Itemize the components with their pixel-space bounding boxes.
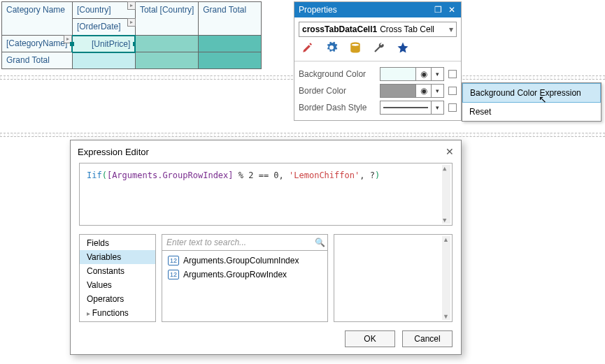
cell-label: [Country] <box>77 5 111 15</box>
cell-label: Total [Country] <box>140 5 194 15</box>
dialog-titlebar[interactable]: Expression Editor ✕ <box>71 140 461 163</box>
object-selector-combo[interactable]: crossTabDataCell1 Cross Tab Cell ▾ <box>299 22 457 37</box>
cell-category-name-row[interactable]: [CategoryName] ▸ <box>2 36 73 52</box>
menu-item-label: Background Color Expression <box>470 88 581 98</box>
expand-marker-icon[interactable] <box>448 70 457 78</box>
variable-label: Arguments.GroupColumnIndex <box>183 256 299 265</box>
category-item-fields[interactable]: Fields <box>80 236 155 250</box>
expand-marker-icon[interactable] <box>448 87 457 95</box>
smart-tag-icon[interactable]: ▸ <box>127 18 136 27</box>
expand-marker-icon[interactable] <box>448 103 457 112</box>
cell-total-country-header[interactable]: Total [Country] <box>135 2 198 36</box>
expr-token: ) <box>375 170 380 180</box>
cell-label: [CategoryName] <box>6 38 67 48</box>
ok-button[interactable]: OK <box>345 330 395 347</box>
color-swatch <box>380 68 415 80</box>
context-menu: Background Color Expression Reset <box>462 82 602 122</box>
category-label: Functions <box>92 308 129 318</box>
scrollbar[interactable] <box>442 165 450 224</box>
cell-country-header[interactable]: [Country] ▸ <box>72 2 135 19</box>
cell-grand-total-data[interactable] <box>199 36 262 52</box>
prop-label: Border Color <box>299 86 376 96</box>
restore-icon[interactable]: ❐ <box>433 5 443 15</box>
gears-icon[interactable] <box>325 41 338 54</box>
properties-toolbar <box>301 41 454 54</box>
cell-orderdate-header[interactable]: [OrderDate] ▸ <box>72 19 135 36</box>
cell-category-name-header[interactable]: Category Name <box>2 2 73 36</box>
property-grid: Background Color ◉ ▾ Border Color ◉ ▾ Bo… <box>294 61 461 120</box>
expr-token: Iif <box>87 170 102 180</box>
cell-label: [OrderDate] <box>77 22 121 31</box>
prop-value-bg-color[interactable]: ◉ ▾ <box>380 67 444 81</box>
category-label: Fields <box>87 238 109 248</box>
cell-grand-total-data-2[interactable] <box>135 52 198 69</box>
cell-label: [UnitPrice] <box>92 39 130 49</box>
prop-label: Background Color <box>299 69 376 79</box>
close-icon[interactable]: ✕ <box>446 146 454 157</box>
fx-expression-icon[interactable]: ◉ <box>415 85 431 97</box>
category-item-operators[interactable]: Operators <box>80 292 155 306</box>
prop-value-border-dash[interactable]: ▾ <box>380 101 444 115</box>
expression-textarea[interactable]: Iif([Arguments.GroupRowIndex] % 2 == 0, … <box>79 163 453 226</box>
expression-editor-dialog: Expression Editor ✕ Iif([Arguments.Group… <box>70 140 462 355</box>
variable-label: Arguments.GroupRowIndex <box>183 270 287 279</box>
fx-expression-icon[interactable]: ◉ <box>415 68 431 80</box>
properties-panel: Properties ❐ ✕ crossTabDataCell1 Cross T… <box>294 1 462 121</box>
category-label: Variables <box>87 252 121 262</box>
expr-token: [Arguments.GroupRowIndex] <box>107 170 234 180</box>
variable-item-group-column-index[interactable]: 12 Arguments.GroupColumnIndex <box>164 254 326 268</box>
category-item-variables[interactable]: Variables <box>80 250 155 264</box>
cell-label: Grand Total <box>6 55 50 65</box>
category-label: Values <box>87 280 112 290</box>
cell-total-country-data[interactable] <box>135 36 198 52</box>
prop-row-background-color: Background Color ◉ ▾ <box>299 67 457 81</box>
category-item-functions[interactable]: Functions <box>80 306 155 320</box>
cell-grand-total-data-3[interactable] <box>199 52 262 69</box>
design-ruler-bottom <box>0 133 605 137</box>
category-label: Constants <box>87 266 124 276</box>
cancel-button[interactable]: Cancel <box>402 330 453 347</box>
prop-row-border-color: Border Color ◉ ▾ <box>299 84 457 98</box>
menu-item-bg-color-expression[interactable]: Background Color Expression <box>462 83 601 103</box>
menu-item-label: Reset <box>469 107 491 117</box>
brush-icon[interactable] <box>301 41 314 54</box>
expr-token: 'LemonChiffon' <box>289 170 360 180</box>
properties-titlebar[interactable]: Properties ❐ ✕ <box>294 2 461 17</box>
search-input[interactable] <box>162 235 312 250</box>
wrench-icon[interactable] <box>373 41 385 54</box>
expr-token: % 2 == 0, <box>234 170 289 180</box>
dialog-title-text: Expression Editor <box>78 147 149 157</box>
chevron-down-icon[interactable]: ▾ <box>431 101 443 114</box>
chevron-down-icon[interactable]: ▾ <box>431 85 443 97</box>
dialog-buttons: OK Cancel <box>79 330 453 347</box>
menu-item-reset[interactable]: Reset <box>462 103 601 121</box>
variable-item-group-row-index[interactable]: 12 Arguments.GroupRowIndex <box>164 268 326 282</box>
cell-grand-total-header[interactable]: Grand Total <box>199 2 262 36</box>
close-icon[interactable]: ✕ <box>447 5 457 15</box>
object-type: Cross Tab Cell <box>380 24 434 34</box>
type-badge-icon: 12 <box>168 256 179 265</box>
db-icon[interactable] <box>349 41 362 54</box>
description-column <box>334 234 453 322</box>
category-item-constants[interactable]: Constants <box>80 264 155 278</box>
expr-token: ( <box>102 170 107 180</box>
cell-grand-total-row[interactable]: Grand Total <box>2 52 73 69</box>
scrollbar[interactable] <box>442 236 450 320</box>
crosstab-designer[interactable]: Category Name [Country] ▸ Total [Country… <box>1 1 262 69</box>
smart-tag-icon[interactable]: ▸ <box>127 1 136 10</box>
prop-value-border-color[interactable]: ◉ ▾ <box>380 84 444 98</box>
cell-grand-total-data-1[interactable] <box>72 52 135 69</box>
chevron-down-icon[interactable]: ▾ <box>431 68 443 80</box>
cell-label: Grand Total <box>203 5 246 15</box>
prop-label: Border Dash Style <box>299 103 376 112</box>
color-swatch <box>380 85 415 97</box>
star-icon[interactable] <box>397 41 409 54</box>
category-item-values[interactable]: Values <box>80 278 155 292</box>
dash-preview <box>383 107 428 108</box>
search-icon[interactable]: 🔍 <box>312 238 327 247</box>
chevron-down-icon[interactable]: ▾ <box>449 24 453 34</box>
cell-unitprice-selected[interactable]: [UnitPrice] <box>72 36 135 52</box>
search-box: 🔍 <box>162 235 327 251</box>
cell-label: Category Name <box>6 5 65 15</box>
prop-row-border-dash: Border Dash Style ▾ <box>299 101 457 115</box>
